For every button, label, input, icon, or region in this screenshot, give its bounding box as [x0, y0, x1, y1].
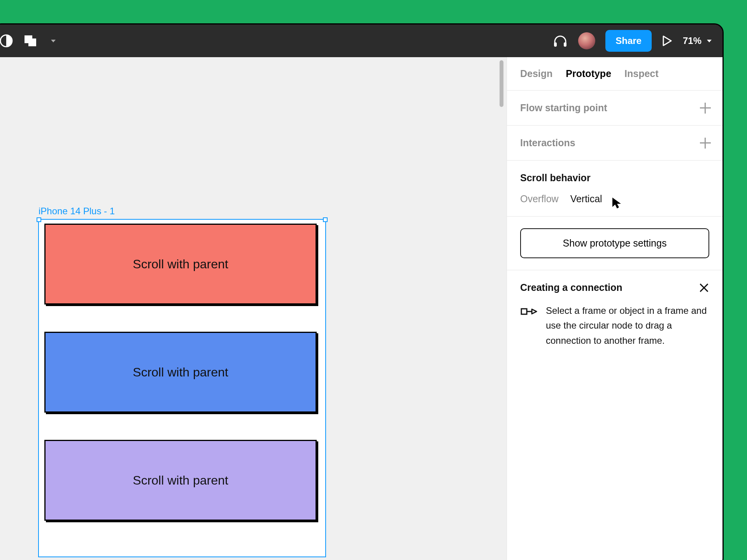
section-title: Flow starting point	[520, 102, 709, 114]
canvas[interactable]: iPhone 14 Plus - 1 Scroll with parent Sc…	[0, 57, 507, 560]
plus-icon[interactable]	[700, 138, 711, 149]
app-window: Share 71% iPhone 14 Plus - 1 Scroll with…	[0, 23, 724, 560]
tab-inspect[interactable]: Inspect	[624, 68, 659, 79]
tab-design[interactable]: Design	[520, 68, 552, 79]
tip-creating-connection: Creating a connection Select a frame or …	[507, 270, 722, 360]
svg-rect-5	[521, 309, 527, 314]
svg-marker-4	[612, 198, 621, 208]
section-title: Interactions	[520, 137, 709, 149]
svg-marker-3	[663, 36, 671, 46]
svg-rect-1	[554, 42, 557, 47]
contrast-icon[interactable]	[0, 34, 13, 47]
selection-handle[interactable]	[323, 217, 328, 222]
block-label: Scroll with parent	[133, 473, 228, 488]
section-prototype-settings: Show prototype settings	[507, 217, 722, 270]
right-panel: Design Prototype Inspect Flow starting p…	[507, 57, 722, 560]
close-icon[interactable]	[698, 282, 709, 293]
toolbar: Share 71%	[0, 24, 722, 57]
avatar[interactable]	[578, 32, 595, 49]
tip-title: Creating a connection	[520, 282, 622, 293]
selection-handle[interactable]	[37, 217, 41, 222]
section-interactions: Interactions	[507, 126, 722, 161]
tab-prototype[interactable]: Prototype	[566, 68, 611, 79]
chevron-down-icon	[707, 40, 712, 42]
main-area: iPhone 14 Plus - 1 Scroll with parent Sc…	[0, 57, 722, 560]
chevron-down-icon[interactable]	[51, 40, 56, 42]
section-scroll-behavior: Scroll behavior Overflow Vertical	[507, 161, 722, 217]
overflow-row: Overflow Vertical	[520, 193, 709, 205]
share-button[interactable]: Share	[605, 30, 652, 52]
svg-marker-7	[532, 309, 537, 314]
play-icon[interactable]	[662, 35, 673, 46]
panel-tabs: Design Prototype Inspect	[507, 57, 722, 91]
show-prototype-settings-button[interactable]: Show prototype settings	[520, 228, 709, 258]
shapes-icon[interactable]	[24, 34, 38, 48]
toolbar-right: Share 71%	[552, 30, 712, 52]
overflow-label: Overflow	[520, 193, 559, 205]
frame-label[interactable]: iPhone 14 Plus - 1	[39, 206, 115, 217]
toolbar-left	[0, 34, 56, 48]
block-red[interactable]: Scroll with parent	[44, 224, 317, 304]
scrollbar[interactable]	[500, 60, 503, 107]
cursor-icon	[612, 197, 622, 208]
section-flow-starting-point: Flow starting point	[507, 91, 722, 126]
frame-iphone-14-plus-1[interactable]: Scroll with parent Scroll with parent Sc…	[38, 219, 326, 557]
headphones-icon[interactable]	[552, 33, 568, 49]
block-label: Scroll with parent	[133, 365, 228, 380]
svg-rect-2	[564, 42, 566, 47]
block-purple[interactable]: Scroll with parent	[44, 440, 317, 521]
connection-icon	[520, 303, 537, 320]
section-title: Scroll behavior	[520, 172, 709, 184]
overflow-dropdown[interactable]: Vertical	[570, 193, 602, 205]
block-label: Scroll with parent	[133, 257, 228, 271]
zoom-display[interactable]: 71%	[683, 35, 712, 46]
plus-icon[interactable]	[700, 103, 711, 114]
zoom-value: 71%	[683, 35, 701, 46]
block-blue[interactable]: Scroll with parent	[44, 332, 317, 413]
tip-body-text: Select a frame or object in a frame and …	[546, 303, 709, 348]
